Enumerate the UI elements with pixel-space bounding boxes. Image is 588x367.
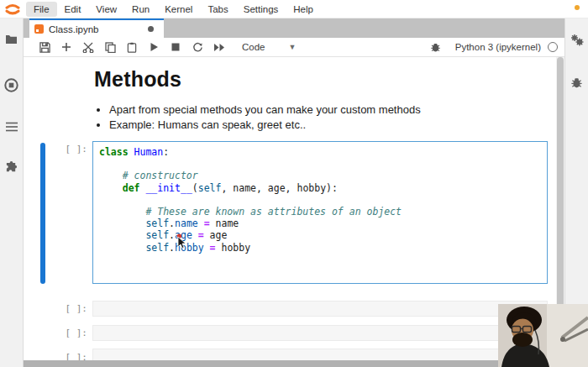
table-of-contents-icon[interactable] bbox=[0, 115, 24, 139]
empty-cell-prompt: [ ]: bbox=[47, 303, 87, 314]
code-line: def __init__(self, name, age, hobby): bbox=[99, 182, 541, 194]
save-button[interactable] bbox=[34, 39, 55, 55]
cell-collapser[interactable] bbox=[40, 143, 45, 284]
menu-item-run[interactable]: Run bbox=[124, 2, 157, 17]
markdown-heading[interactable]: Methods bbox=[94, 67, 181, 92]
unsaved-changes-icon[interactable] bbox=[148, 26, 154, 32]
debugger-toggle-icon[interactable] bbox=[425, 39, 447, 55]
status-dot-icon bbox=[575, 5, 580, 10]
presenter-image bbox=[498, 304, 588, 367]
debugger-icon[interactable] bbox=[565, 71, 588, 94]
menubar-items: FileEditViewRunKernelTabsSettingsHelp bbox=[26, 0, 321, 18]
insert-cell-button[interactable] bbox=[55, 39, 77, 55]
restart-run-all-button[interactable] bbox=[208, 39, 230, 55]
code-line: self.hobby = hobby bbox=[99, 242, 541, 254]
jupyter-logo-icon bbox=[4, 3, 21, 16]
code-line: # constructor bbox=[99, 170, 541, 181]
notebook-file-icon bbox=[34, 24, 44, 34]
empty-cell-input[interactable] bbox=[92, 325, 548, 341]
notebook-toolbar: Code ▼ Python 3 (ipykernel) bbox=[24, 38, 564, 57]
file-browser-icon[interactable] bbox=[0, 27, 24, 50]
restart-kernel-button[interactable] bbox=[186, 39, 208, 55]
left-sidebar bbox=[0, 18, 24, 367]
cell-type-dropdown[interactable]: Code ▼ bbox=[242, 42, 296, 52]
webcam-overlay bbox=[498, 304, 588, 367]
menu-item-file[interactable]: File bbox=[26, 2, 57, 17]
menu-item-kernel[interactable]: Kernel bbox=[157, 2, 200, 17]
code-line: class Human: bbox=[99, 146, 541, 158]
interrupt-kernel-button[interactable] bbox=[165, 39, 186, 55]
menu-item-edit[interactable]: Edit bbox=[57, 2, 89, 17]
markdown-bullets[interactable]: Apart from special methods you can make … bbox=[109, 102, 421, 132]
code-line: # These are known as attributes of an ob… bbox=[99, 206, 541, 218]
copy-cells-button[interactable] bbox=[99, 39, 121, 55]
cell-type-value: Code bbox=[242, 42, 265, 52]
bullet-item: Example: Humans can speak, greet etc.. bbox=[109, 118, 421, 133]
kernel-status-icon[interactable] bbox=[548, 42, 558, 52]
code-editor[interactable]: class Human: # constructor def __init__(… bbox=[92, 141, 548, 284]
bullet-item: Apart from special methods you can make … bbox=[109, 102, 421, 118]
empty-cell-input[interactable] bbox=[92, 301, 548, 317]
chevron-down-icon: ▼ bbox=[289, 43, 297, 51]
extension-manager-icon[interactable] bbox=[0, 155, 24, 179]
jupyterlab-window: FileEditViewRunKernelTabsSettingsHelp bbox=[0, 0, 588, 367]
paste-cells-button[interactable] bbox=[121, 39, 143, 55]
menu-bar: FileEditViewRunKernelTabsSettingsHelp bbox=[0, 0, 588, 18]
run-cell-button[interactable] bbox=[143, 39, 165, 55]
menu-item-tabs[interactable]: Tabs bbox=[200, 2, 235, 17]
empty-cell-prompt: [ ]: bbox=[47, 328, 87, 338]
kernel-name[interactable]: Python 3 (ipykernel) bbox=[455, 42, 541, 52]
window-bottom-edge bbox=[24, 360, 564, 367]
toolbar-right: Python 3 (ipykernel) bbox=[425, 39, 564, 55]
code-line: self.name = name bbox=[99, 218, 541, 229]
tab-label: Class.ipynb bbox=[49, 24, 148, 34]
code-line: self.age = age bbox=[99, 229, 541, 241]
code-line bbox=[99, 194, 541, 206]
mouse-cursor bbox=[175, 233, 188, 249]
property-inspector-icon[interactable] bbox=[565, 29, 588, 52]
menu-item-view[interactable]: View bbox=[88, 2, 124, 17]
tab-class-ipynb[interactable]: Class.ipynb bbox=[29, 18, 164, 38]
code-cell-prompt: [ ]: bbox=[47, 144, 87, 155]
dock-tab-bar: Class.ipynb bbox=[24, 18, 564, 38]
menu-item-help[interactable]: Help bbox=[286, 2, 321, 17]
cut-cells-button[interactable] bbox=[77, 39, 99, 55]
menu-item-settings[interactable]: Settings bbox=[236, 2, 286, 17]
running-kernels-icon[interactable] bbox=[0, 73, 24, 97]
code-line bbox=[99, 158, 541, 170]
